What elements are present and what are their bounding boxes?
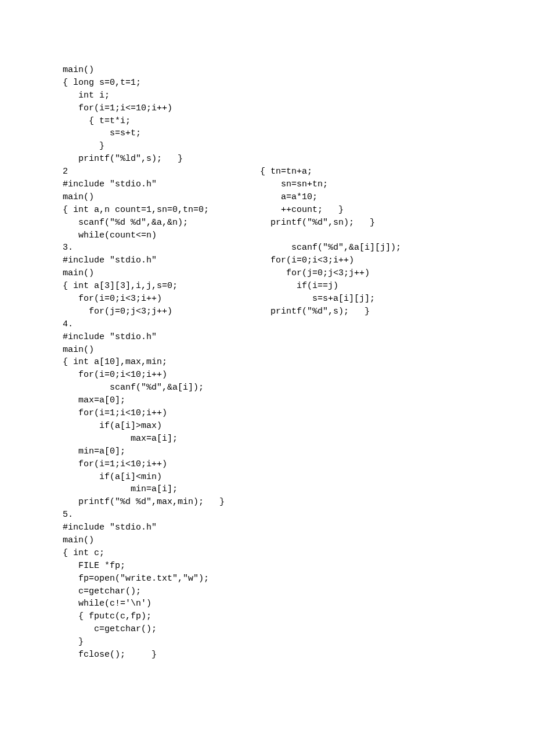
code-block-3-right: scanf("%d",&a[i][j]); for(i=0;i<3;i++) f… [260,242,401,318]
code-text-4: #include "stdio.h" main() { int a[10],ma… [63,332,225,507]
code-section-4: 4. #include "stdio.h" main() { int a[10]… [63,318,534,509]
section-label-5: 5. [63,510,73,520]
section-label-4: 4. [63,319,73,329]
code-section-3: 3. #include "stdio.h" main() { int a[3][… [63,242,534,318]
code-block-2-left: 2 #include "stdio.h" main() { int a,n co… [63,165,260,242]
code-section-5: 5. #include "stdio.h" main() { int c; FI… [63,509,534,661]
code-block-3-left: 3. #include "stdio.h" main() { int a[3][… [63,242,260,318]
code-document: main() { long s=0,t=1; int i; for(i=1;i<… [0,0,534,661]
section-label-3: 3. [63,243,73,253]
code-block-2-right: { tn=tn+a; sn=sn+tn; a=a*10; ++count; } … [260,165,375,242]
code-block-1: main() { long s=0,t=1; int i; for(i=1;i<… [63,64,534,165]
code-text-5: #include "stdio.h" main() { int c; FILE … [63,523,209,660]
code-text-2-left: #include "stdio.h" main() { int a,n coun… [63,179,209,240]
section-label-2: 2 [63,167,68,177]
code-section-2: 2 #include "stdio.h" main() { int a,n co… [63,165,534,242]
code-text-3-left: #include "stdio.h" main() { int a[3][3],… [63,255,178,316]
